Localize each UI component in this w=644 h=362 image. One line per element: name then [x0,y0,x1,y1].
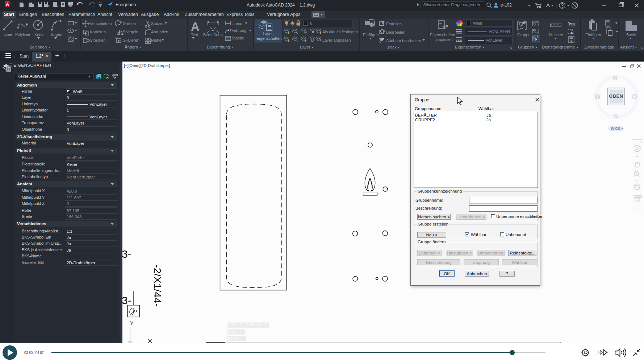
svg-text:Y: Y [130,320,134,326]
svg-text:-2/X1/44-: -2/X1/44- [152,264,163,307]
svg-text:A: A [6,2,9,7]
svg-text:A: A [191,20,200,33]
svg-text:e-L02: e-L02 [501,3,512,8]
svg-text:3-: 3- [122,294,131,306]
svg-text:3-: 3- [122,248,131,260]
